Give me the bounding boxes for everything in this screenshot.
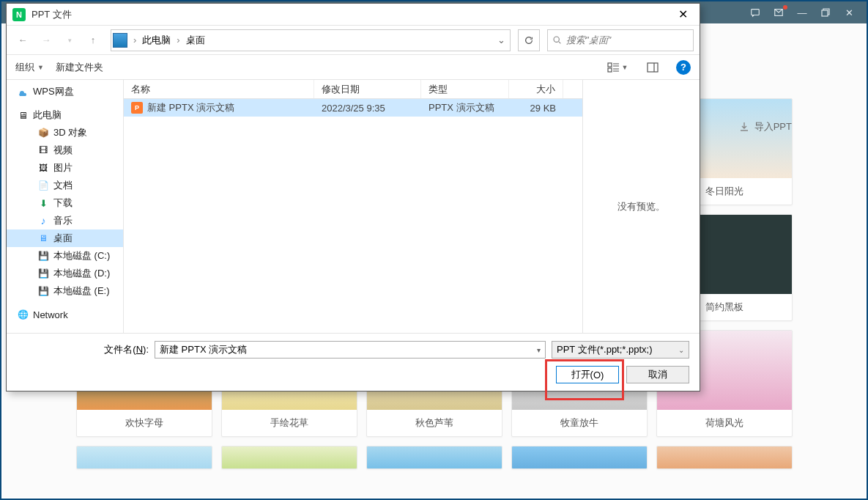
refresh-button[interactable] — [518, 29, 540, 51]
filter-label: PPT 文件(*.ppt;*.pptx;) — [557, 343, 653, 356]
col-date[interactable]: 修改日期 — [314, 80, 421, 98]
template-card[interactable] — [656, 446, 793, 469]
svg-point-3 — [554, 37, 559, 42]
file-type: PPTX 演示文稿 — [421, 101, 509, 114]
template-card[interactable] — [511, 446, 648, 469]
nav-recent-dropdown[interactable]: ▾ — [59, 30, 80, 51]
breadcrumb-dropdown[interactable]: ⌄ — [494, 34, 508, 45]
organize-label: 组织 — [15, 61, 34, 74]
music-icon — [37, 215, 49, 227]
pptx-file-icon: P — [131, 102, 143, 114]
sidebar-item-label: Network — [33, 309, 68, 320]
template-card[interactable] — [366, 446, 502, 469]
dialog-body: WPS网盘此电脑3D 对象视频图片文档下载音乐桌面本地磁盘 (C:)本地磁盘 (… — [7, 80, 700, 333]
file-date: 2022/3/25 9:35 — [314, 103, 421, 114]
sidebar-item-label: 视频 — [53, 144, 73, 157]
organize-menu[interactable]: 组织 ▼ — [15, 61, 44, 74]
sidebar-item-label: 下载 — [53, 196, 73, 210]
search-input[interactable] — [566, 34, 690, 45]
sidebar-item[interactable]: 下载 — [7, 194, 123, 212]
sidebar-item-label: 此电脑 — [33, 109, 62, 122]
sidebar-item[interactable]: Network — [7, 306, 123, 323]
preview-text: 没有预览。 — [617, 200, 665, 213]
sidebar-item-label: 文档 — [53, 179, 73, 192]
template-caption: 欢快字母 — [77, 410, 212, 436]
col-name[interactable]: 名称 — [124, 80, 314, 98]
sidebar-item[interactable]: 此电脑 — [7, 106, 123, 124]
search-box[interactable] — [547, 29, 694, 51]
file-type-filter[interactable]: PPT 文件(*.ppt;*.pptx;) ⌄ — [552, 341, 689, 359]
template-card[interactable] — [221, 446, 357, 469]
video-icon — [37, 144, 49, 156]
pic-icon — [37, 162, 49, 174]
svg-rect-6 — [648, 63, 658, 72]
template-caption: 牧童放牛 — [512, 410, 647, 436]
app-icon: N — [12, 8, 26, 21]
col-size[interactable]: 大小 — [509, 80, 563, 98]
minimize-button[interactable]: — — [790, 2, 814, 23]
dialog-title: PPT 文件 — [31, 8, 672, 21]
sidebar-item[interactable]: 视频 — [7, 141, 123, 159]
preview-pane: 没有预览。 — [582, 80, 700, 333]
sidebar-item[interactable]: 音乐 — [7, 212, 123, 229]
template-caption: 秋色芦苇 — [367, 410, 502, 436]
file-row[interactable]: P新建 PPTX 演示文稿2022/3/25 9:35PPTX 演示文稿29 K… — [124, 99, 582, 117]
list-header[interactable]: 名称 修改日期 类型 大小 — [124, 80, 582, 99]
sidebar-item[interactable]: 本地磁盘 (C:) — [7, 247, 123, 265]
sidebar-item-label: 本地磁盘 (E:) — [53, 284, 110, 298]
restore-button[interactable] — [814, 2, 837, 23]
sidebar-item[interactable]: 文档 — [7, 177, 123, 194]
preview-pane-button[interactable] — [641, 58, 664, 77]
template-card[interactable] — [76, 446, 212, 469]
sidebar-item[interactable]: 3D 对象 — [7, 124, 123, 141]
filename-input-box[interactable]: ▾ — [155, 341, 546, 359]
3d-icon — [37, 127, 49, 139]
sidebar-item[interactable]: 本地磁盘 (D:) — [7, 265, 123, 282]
sidebar-item[interactable]: 本地磁盘 (E:) — [7, 282, 123, 300]
filename-input[interactable] — [160, 345, 537, 356]
close-button[interactable]: ✕ — [837, 2, 861, 23]
sidebar-item-label: 音乐 — [53, 214, 73, 227]
sidebar-item[interactable]: WPS网盘 — [7, 83, 123, 100]
nav-forward-button[interactable]: → — [36, 30, 56, 51]
location-sidebar[interactable]: WPS网盘此电脑3D 对象视频图片文档下载音乐桌面本地磁盘 (C:)本地磁盘 (… — [7, 80, 124, 333]
disk-icon — [37, 285, 49, 297]
dialog-footer: 文件名(N): ▾ PPT 文件(*.ppt;*.pptx;) ⌄ 打开(O) … — [7, 333, 700, 391]
notification-icon[interactable] — [767, 2, 790, 23]
file-size: 29 KB — [509, 103, 563, 114]
file-name: 新建 PPTX 演示文稿 — [147, 101, 234, 114]
new-folder-button[interactable]: 新建文件夹 — [56, 61, 103, 74]
sidebar-item-label: 3D 对象 — [53, 126, 87, 139]
dialog-close-button[interactable]: ✕ — [672, 4, 694, 25]
svg-rect-0 — [752, 10, 760, 15]
dialog-titlebar: N PPT 文件 ✕ — [7, 4, 700, 26]
help-button[interactable]: ? — [676, 60, 691, 75]
pc-icon — [17, 109, 29, 121]
wps-icon — [17, 86, 29, 98]
sidebar-item[interactable]: 图片 — [7, 159, 123, 177]
dl-icon — [37, 197, 49, 209]
cancel-button[interactable]: 取消 — [626, 366, 689, 383]
sidebar-item-label: 桌面 — [53, 232, 73, 245]
disk-icon — [37, 268, 49, 279]
template-row-3 — [69, 446, 799, 469]
breadcrumb-sep: › — [130, 34, 139, 45]
view-mode-button[interactable]: ▼ — [606, 58, 629, 77]
col-type[interactable]: 类型 — [421, 80, 509, 98]
breadcrumb-item[interactable]: 此电脑 — [139, 32, 174, 48]
open-button[interactable]: 打开(O) — [556, 366, 619, 383]
doc-icon — [37, 180, 49, 191]
disk-icon — [37, 250, 49, 262]
template-caption: 手绘花草 — [222, 410, 357, 436]
nav-up-button[interactable]: ↑ — [83, 30, 103, 51]
breadcrumb-item[interactable]: 桌面 — [183, 32, 208, 48]
sidebar-item[interactable]: 桌面 — [7, 229, 123, 247]
filename-history-dropdown[interactable]: ▾ — [537, 346, 541, 354]
feedback-icon[interactable] — [743, 2, 767, 23]
filename-label: 文件名(N): — [17, 343, 149, 356]
nav-back-button[interactable]: ← — [12, 30, 33, 51]
breadcrumb[interactable]: › 此电脑 › 桌面 ⌄ — [111, 29, 511, 51]
import-label: 导入PPT — [754, 120, 792, 133]
import-ppt-button[interactable]: 导入PPT — [738, 120, 792, 133]
file-rows[interactable]: P新建 PPTX 演示文稿2022/3/25 9:35PPTX 演示文稿29 K… — [124, 99, 582, 333]
